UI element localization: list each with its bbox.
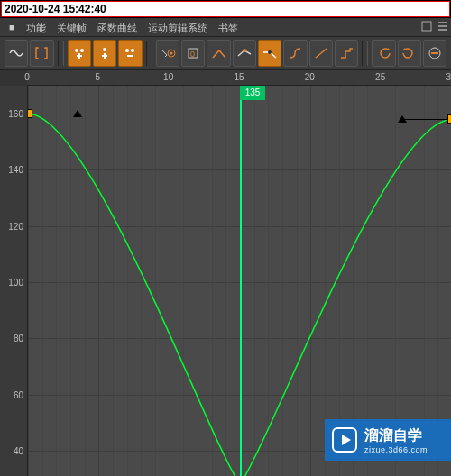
ease-zero-btn[interactable]: 0	[181, 40, 205, 67]
keyframe[interactable]	[28, 109, 32, 118]
time-tick: 25	[375, 72, 385, 82]
tangent-handle-line[interactable]	[28, 114, 78, 114]
menu-placeholder[interactable]: ■	[4, 18, 21, 36]
tangent-handle-line[interactable]	[402, 119, 451, 120]
svg-point-9	[131, 49, 134, 52]
svg-rect-3	[77, 55, 82, 57]
svg-rect-13	[189, 49, 198, 58]
value-tick: 80	[14, 334, 23, 343]
tangent-handle-end[interactable]	[73, 110, 82, 117]
plot-area-wrap: 160140120100806040 135 溜溜自学 zixue.3d66.c…	[0, 86, 451, 476]
value-tick: 120	[8, 221, 23, 231]
tangent-break-btn[interactable]	[258, 40, 281, 67]
watermark: 溜溜自学 zixue.3d66.com	[325, 419, 451, 461]
time-tick: 10	[163, 72, 173, 82]
divider	[58, 41, 64, 66]
divider	[146, 41, 152, 66]
fcurve-editor: ■ 功能 关键帧 函数曲线 运动剪辑系统 书签 0 051015202530 1…	[0, 18, 451, 476]
value-tick: 100	[8, 278, 23, 288]
svg-text:0: 0	[190, 50, 195, 59]
curve-step-btn[interactable]	[335, 40, 358, 67]
svg-point-17	[429, 48, 440, 59]
remove-over-btn[interactable]	[423, 40, 446, 67]
svg-rect-10	[127, 55, 133, 57]
menu-keyframe[interactable]: 关键帧	[51, 18, 92, 36]
svg-point-16	[268, 50, 272, 54]
ease-in-btn[interactable]	[156, 40, 179, 67]
value-tick: 160	[8, 109, 23, 119]
key-add-btn[interactable]	[68, 40, 91, 67]
svg-point-12	[170, 52, 172, 55]
time-tick: 15	[234, 72, 244, 82]
value-tick: 40	[14, 445, 23, 455]
svg-point-15	[243, 49, 246, 52]
tangent-auto-btn[interactable]	[207, 40, 230, 67]
curve-linear-btn[interactable]	[309, 40, 333, 67]
svg-point-1	[75, 49, 78, 52]
svg-point-5	[103, 48, 106, 51]
svg-point-8	[125, 49, 129, 52]
value-ruler[interactable]: 160140120100806040	[0, 86, 28, 476]
menu-fcurve[interactable]: 函数曲线	[92, 18, 143, 36]
curve-ease-btn[interactable]	[283, 40, 307, 67]
keyframe[interactable]	[447, 114, 451, 124]
menu-icon[interactable]	[435, 18, 451, 34]
curve-canvas[interactable]: 135 溜溜自学 zixue.3d66.com	[28, 86, 451, 476]
value-tick: 60	[14, 389, 23, 399]
fcurve[interactable]	[28, 86, 451, 476]
timestamp-bar: 2020-10-24 15:42:40	[1, 1, 450, 17]
divider	[362, 41, 368, 66]
svg-rect-7	[104, 53, 106, 59]
time-tick: 30	[446, 72, 451, 82]
value-tick: 140	[8, 165, 23, 175]
svg-point-2	[80, 49, 84, 52]
menu-bookmark[interactable]: 书签	[213, 18, 244, 36]
svg-rect-6	[102, 55, 107, 57]
maximize-icon[interactable]	[419, 18, 435, 34]
play-logo-icon	[328, 424, 361, 456]
menu-function[interactable]: 功能	[21, 18, 51, 36]
cycle-after-btn[interactable]	[398, 40, 421, 67]
watermark-main: 溜溜自学	[364, 426, 428, 445]
svg-rect-4	[78, 53, 80, 59]
time-tick: 5	[96, 72, 101, 82]
svg-rect-0	[422, 22, 431, 31]
svg-point-11	[168, 50, 175, 57]
waveform-icon[interactable]	[5, 40, 28, 67]
time-tick: 0	[24, 72, 30, 82]
bracket-fit-icon[interactable]	[30, 40, 53, 67]
watermark-sub: zixue.3d66.com	[364, 445, 428, 454]
toolbar: 0	[0, 36, 451, 70]
tangent-handle-end[interactable]	[398, 115, 407, 123]
cycle-before-btn[interactable]	[372, 40, 395, 67]
menu-motion-clip[interactable]: 运动剪辑系统	[143, 18, 213, 36]
time-tick: 20	[305, 72, 315, 82]
key-remove-btn[interactable]	[118, 40, 142, 67]
tangent-user-btn[interactable]	[233, 40, 256, 67]
key-add2-btn[interactable]	[93, 40, 116, 67]
time-ruler[interactable]: 051015202530	[27, 70, 451, 86]
menu-bar: ■ 功能 关键帧 函数曲线 运动剪辑系统 书签	[0, 18, 451, 36]
